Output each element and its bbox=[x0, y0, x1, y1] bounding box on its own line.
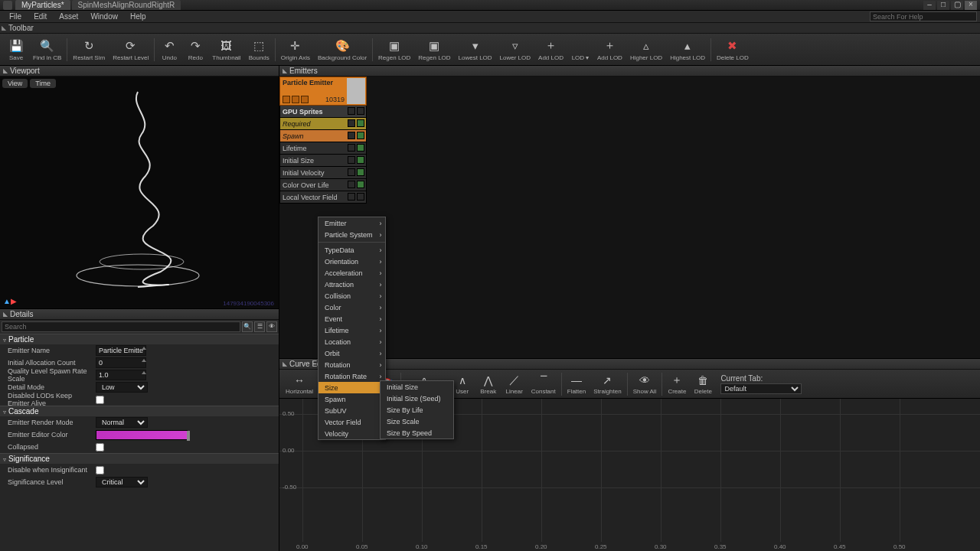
toolbar-header[interactable]: ◣ Toolbar bbox=[0, 23, 980, 34]
curve-tab-select[interactable]: Default bbox=[720, 383, 802, 394]
menu-item-event[interactable]: Event bbox=[318, 313, 385, 324]
toolbar-lowest-lod-button[interactable]: ▾Lowest LOD bbox=[456, 35, 495, 64]
menu-help[interactable]: Help bbox=[124, 12, 152, 21]
search-icon[interactable]: 🔍 bbox=[242, 321, 253, 332]
context-submenu[interactable]: Initial SizeInitial Size (Seed)Size By L… bbox=[380, 380, 454, 439]
toolbar-save-button[interactable]: 💾Save bbox=[4, 35, 28, 64]
toolbar-highest-lod-button[interactable]: ▴Highest LOD bbox=[667, 35, 708, 64]
toolbar-redo-button[interactable]: ↷Redo bbox=[183, 35, 207, 64]
curve-tool-button[interactable]: ／Linear bbox=[502, 370, 527, 399]
menu-item-size-by-speed[interactable]: Size By Speed bbox=[381, 427, 453, 439]
property-checkbox[interactable] bbox=[96, 466, 104, 474]
menu-edit[interactable]: Edit bbox=[28, 12, 53, 21]
module-lifetime[interactable]: Lifetime bbox=[279, 142, 367, 155]
menu-item-typedata[interactable]: TypeData bbox=[318, 244, 385, 256]
curve-tool-button[interactable]: ↔Horizontal bbox=[283, 370, 316, 399]
property-select[interactable]: Critical bbox=[96, 477, 148, 487]
menu-item-subuv[interactable]: SubUV bbox=[318, 405, 385, 416]
menu-item-emitter[interactable]: Emitter bbox=[318, 217, 385, 229]
menu-file[interactable]: File bbox=[3, 12, 28, 21]
menu-item-vector-field[interactable]: Vector Field bbox=[318, 416, 385, 428]
toolbar-undo-button[interactable]: ↶Undo bbox=[157, 35, 181, 64]
property-select[interactable]: Low bbox=[96, 382, 148, 393]
details-header[interactable]: ◣ Details bbox=[0, 309, 279, 320]
menu-item-size[interactable]: Size bbox=[318, 382, 385, 393]
menu-item-initial-size[interactable]: Initial Size bbox=[381, 381, 453, 393]
menu-item-size-scale[interactable]: Size Scale bbox=[381, 416, 453, 427]
emitters-header[interactable]: ◣ Emitters bbox=[279, 66, 980, 77]
toolbar-thumbnail-button[interactable]: 🖼Thumbnail bbox=[209, 35, 243, 64]
menu-item-location[interactable]: Location bbox=[318, 336, 385, 347]
module-local-vector-field[interactable]: Local Vector Field bbox=[279, 191, 367, 204]
menu-window[interactable]: Window bbox=[84, 12, 124, 21]
maximize-button[interactable]: ▢ bbox=[951, 1, 963, 10]
menu-item-rotation-rate[interactable]: Rotation Rate bbox=[318, 370, 385, 382]
toolbar-regen-lod-button[interactable]: ▣Regen LOD bbox=[375, 35, 413, 64]
curve-tool-button[interactable]: ⋀Break bbox=[476, 370, 501, 399]
eye-icon[interactable]: 👁 bbox=[266, 321, 277, 332]
module-gpu-sprites[interactable]: GPU Sprites bbox=[279, 106, 367, 118]
toolbar-find-in-cb-button[interactable]: 🔍Find in CB bbox=[30, 35, 64, 64]
restore-button[interactable]: □ bbox=[937, 1, 949, 10]
curve-tool-button[interactable]: 👁Show All bbox=[630, 370, 660, 399]
toolbar-restart-sim-button[interactable]: ↻Restart Sim bbox=[70, 35, 108, 64]
category-cascade[interactable]: Cascade bbox=[0, 406, 279, 416]
menu-item-initial-size-(seed)[interactable]: Initial Size (Seed) bbox=[381, 393, 453, 404]
module-spawn[interactable]: Spawn bbox=[279, 130, 367, 142]
emitter-header[interactable]: Particle Emitter 10319 bbox=[279, 77, 367, 106]
toolbar-delete-lod-button[interactable]: ✖Delete LOD bbox=[714, 35, 752, 64]
curve-tool-button[interactable]: ⎺Constant bbox=[528, 370, 559, 399]
color-swatch[interactable] bbox=[96, 430, 188, 440]
menu-item-particle-system[interactable]: Particle System bbox=[318, 229, 385, 240]
property-input[interactable] bbox=[96, 357, 146, 368]
menu-asset[interactable]: Asset bbox=[53, 12, 84, 21]
context-menu[interactable]: EmitterParticle SystemTypeDataOrientatio… bbox=[318, 217, 386, 440]
menu-item-spawn[interactable]: Spawn bbox=[318, 393, 385, 405]
property-input[interactable] bbox=[96, 345, 146, 356]
asset-tab[interactable]: SpinMeshAlignRoundRightR bbox=[72, 0, 181, 10]
toolbar-add-lod-button[interactable]: ＋Add LOD bbox=[594, 35, 626, 64]
menu-item-collision[interactable]: Collision bbox=[318, 290, 385, 302]
property-select[interactable]: Normal bbox=[96, 417, 148, 428]
close-button[interactable]: × bbox=[965, 1, 977, 10]
module-initial-velocity[interactable]: Initial Velocity bbox=[279, 167, 367, 179]
viewport-view-button[interactable]: View bbox=[2, 79, 28, 88]
menu-item-rotation[interactable]: Rotation bbox=[318, 359, 385, 370]
filter-icon[interactable]: ☰ bbox=[254, 321, 265, 332]
viewport-time-button[interactable]: Time bbox=[30, 79, 56, 88]
minimize-button[interactable]: – bbox=[923, 1, 936, 10]
category-significance[interactable]: Significance bbox=[0, 453, 279, 464]
toolbar-lower-lod-button[interactable]: ▿Lower LOD bbox=[497, 35, 534, 64]
property-checkbox[interactable] bbox=[96, 396, 104, 404]
emitters-panel[interactable]: Particle Emitter 10319 GPU SpritesRequir… bbox=[279, 77, 980, 358]
toolbar-lod-▾-button[interactable]: LOD ▾ bbox=[568, 35, 593, 64]
toolbar-higher-lod-button[interactable]: ▵Higher LOD bbox=[627, 35, 665, 64]
toolbar-regen-lod-button[interactable]: ▣Regen LOD bbox=[415, 35, 453, 64]
menu-item-attraction[interactable]: Attraction bbox=[318, 279, 385, 290]
toolbar-add-lod-button[interactable]: ＋Add LOD bbox=[535, 35, 567, 64]
menu-item-color[interactable]: Color bbox=[318, 302, 385, 313]
menu-item-orbit[interactable]: Orbit bbox=[318, 347, 385, 359]
asset-tab[interactable]: MyParticles* bbox=[15, 0, 70, 10]
property-input[interactable] bbox=[96, 370, 146, 380]
menu-item-orientation[interactable]: Orientation bbox=[318, 256, 385, 267]
curve-tool-button[interactable]: —Flatten bbox=[564, 370, 589, 399]
toolbar-background-color-button[interactable]: 🎨Background Color bbox=[315, 35, 370, 64]
menu-item-velocity[interactable]: Velocity bbox=[318, 428, 385, 439]
toolbar-origin-axis-button[interactable]: ✛Origin Axis bbox=[278, 35, 313, 64]
curve-tool-button[interactable]: ＋Create bbox=[665, 370, 689, 399]
toolbar-bounds-button[interactable]: ⬚Bounds bbox=[246, 35, 273, 64]
category-particle[interactable]: Particle bbox=[0, 334, 279, 344]
menu-item-lifetime[interactable]: Lifetime bbox=[318, 324, 385, 336]
viewport-header[interactable]: ◣ Viewport bbox=[0, 66, 279, 77]
toolbar-restart-level-button[interactable]: ⟳Restart Level bbox=[109, 35, 152, 64]
help-search-input[interactable] bbox=[870, 11, 977, 21]
details-search-input[interactable] bbox=[2, 321, 240, 332]
curve-tool-button[interactable]: 🗑Delete bbox=[691, 370, 715, 399]
module-required[interactable]: Required bbox=[279, 118, 367, 130]
curve-tool-button[interactable]: ↗Straighten bbox=[590, 370, 624, 399]
menu-item-acceleration[interactable]: Acceleration bbox=[318, 267, 385, 279]
property-checkbox[interactable] bbox=[96, 443, 104, 452]
viewport[interactable]: View Time ▲▶ 147934190045306 bbox=[0, 77, 279, 309]
menu-item-size-by-life[interactable]: Size By Life bbox=[381, 404, 453, 416]
